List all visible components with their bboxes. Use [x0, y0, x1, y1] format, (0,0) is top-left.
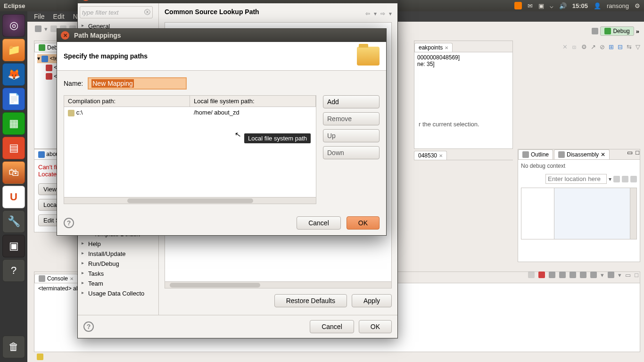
disassembly-tab[interactable]: Disassembly ✕	[554, 149, 610, 159]
dropdown-icon[interactable]: ▾	[609, 176, 611, 182]
link-icon[interactable]: ⇆	[627, 43, 632, 50]
skip-all-icon[interactable]: ⊘	[600, 43, 605, 50]
dropdown-icon[interactable]: ▾	[618, 272, 621, 279]
remove-all-terminated-icon[interactable]	[549, 272, 555, 278]
software-center-icon[interactable]: 🛍	[2, 161, 25, 184]
cancel-button[interactable]: Cancel	[297, 216, 341, 230]
cancel-button[interactable]: Cancel	[310, 320, 354, 333]
up-button[interactable]: Up	[323, 129, 380, 142]
close-icon[interactable]: ✕	[70, 276, 74, 281]
remove-icon[interactable]: ✕	[562, 43, 568, 50]
volume-icon[interactable]: 🔊	[559, 2, 567, 9]
goto-file-icon[interactable]: ↗	[591, 43, 596, 50]
filter-input[interactable]: type filter textⓧ	[80, 6, 153, 18]
collapse-icon[interactable]: ⊟	[618, 43, 623, 50]
settings-icon[interactable]: 🔧	[2, 210, 25, 233]
help-icon[interactable]: ?	[64, 218, 74, 228]
clock[interactable]: 15:05	[572, 2, 588, 9]
firefox-icon[interactable]: 🦊	[2, 63, 25, 86]
breakpoints-tab[interactable]: eakpoints ✕	[414, 43, 453, 52]
table-row[interactable]: c:\ /home/ about_zd	[64, 107, 316, 118]
show-supported-icon[interactable]: ⚙	[581, 43, 587, 50]
pin-console-icon[interactable]	[580, 272, 586, 278]
save-icon[interactable]	[50, 25, 57, 32]
preferences-titlebar[interactable]: ✕ Preferences	[78, 0, 397, 3]
mappings-table[interactable]: Compilation path: Local file system path…	[64, 95, 316, 204]
calc-icon[interactable]: ▦	[2, 112, 25, 135]
username[interactable]: ransong	[607, 2, 629, 9]
trash-icon[interactable]: 🗑	[2, 336, 25, 358]
close-icon[interactable]: ✕	[445, 45, 448, 50]
tree-item-rundebug[interactable]: Run/Debug	[80, 259, 157, 269]
clear-icon[interactable]: ⓧ	[144, 8, 150, 16]
column-local-path[interactable]: Local file system path:	[190, 96, 316, 107]
writer-icon[interactable]: 📄	[2, 88, 25, 110]
tree-item-team[interactable]: Team	[80, 279, 157, 288]
refresh-icon[interactable]	[613, 176, 620, 182]
battery-icon[interactable]: ▣	[538, 2, 544, 9]
home-icon[interactable]	[622, 176, 628, 182]
wifi-icon[interactable]: ⌵	[550, 2, 553, 9]
terminal-icon[interactable]: ▣	[2, 235, 25, 257]
tree-item-usagedata[interactable]: Usage Data Collecto	[80, 288, 157, 298]
forward-icon[interactable]: ⇨	[380, 10, 385, 17]
remove-all-icon[interactable]: ⦻	[571, 43, 578, 50]
scrollbar[interactable]	[630, 188, 636, 239]
expand-icon[interactable]: ⊞	[609, 43, 614, 50]
ubuntu-one-icon[interactable]: U	[2, 186, 25, 208]
perspective-overflow[interactable]: »	[636, 28, 639, 35]
breakpoint-row[interactable]: ne: 35]	[417, 61, 510, 67]
scrollbar[interactable]	[165, 281, 391, 288]
tree-item-help[interactable]: Help	[80, 239, 157, 249]
add-button[interactable]: Add	[323, 95, 380, 108]
close-button[interactable]: ✕	[61, 31, 69, 40]
session-icon[interactable]: ⚙	[635, 2, 640, 9]
files-icon[interactable]: 📁	[2, 39, 25, 61]
restore-defaults-button[interactable]: Restore Defaults	[274, 294, 347, 307]
mail-icon[interactable]: ✉	[528, 2, 533, 9]
minimize-icon[interactable]: ▭	[625, 272, 631, 279]
dropdown-icon[interactable]: ▾	[601, 272, 604, 279]
tree-item-install[interactable]: Install/Update	[80, 249, 157, 259]
close-button[interactable]: ✕	[82, 0, 90, 1]
name-input[interactable]: New Mapping	[88, 77, 187, 90]
help-icon[interactable]: ?	[83, 321, 94, 332]
apply-button[interactable]: Apply	[352, 294, 392, 307]
remove-button[interactable]: Remove	[323, 112, 380, 125]
console-tab[interactable]: Console ✕	[34, 274, 78, 283]
column-compilation-path[interactable]: Compilation path:	[64, 96, 190, 107]
dash-icon[interactable]: ◎	[2, 14, 25, 37]
tree-item-tasks[interactable]: Tasks	[80, 269, 157, 279]
terminate-icon[interactable]	[528, 272, 535, 278]
minimize-icon[interactable]: ▭	[627, 149, 633, 156]
maximize-icon[interactable]: □	[635, 272, 638, 279]
indicator-icon[interactable]	[514, 2, 522, 9]
impress-icon[interactable]: ▤	[2, 137, 25, 159]
toggle-icon[interactable]	[630, 176, 637, 182]
maximize-icon[interactable]: □	[636, 149, 639, 156]
remove-launch-icon[interactable]	[538, 272, 545, 278]
display-selected-icon[interactable]	[590, 272, 597, 278]
path-mappings-titlebar[interactable]: ✕ Path Mappings	[57, 29, 386, 42]
new-icon[interactable]	[35, 25, 41, 32]
open-perspective-icon[interactable]	[592, 28, 598, 34]
debug-perspective-button[interactable]: Debug	[600, 26, 634, 36]
ok-button[interactable]: OK	[359, 320, 392, 333]
help-icon[interactable]: ?	[2, 259, 25, 282]
back-icon[interactable]: ⇦	[365, 10, 370, 17]
breakpoint-row[interactable]: 0000008048569]	[417, 54, 510, 61]
close-icon[interactable]: ✕	[601, 151, 605, 158]
memory-tab[interactable]: 048530 ✕	[414, 151, 447, 160]
outline-tab[interactable]: Outline	[518, 149, 553, 159]
scrollbar[interactable]	[64, 197, 316, 204]
scroll-lock-icon[interactable]	[559, 272, 566, 278]
menu-edit[interactable]: Edit	[53, 13, 65, 20]
ok-button[interactable]: OK	[347, 216, 380, 230]
menu-file[interactable]: File	[34, 13, 45, 20]
location-input[interactable]	[545, 174, 607, 184]
clear-console-icon[interactable]	[570, 272, 576, 278]
open-console-icon[interactable]	[608, 272, 614, 278]
close-icon[interactable]: ✕	[439, 153, 443, 158]
down-button[interactable]: Down	[323, 146, 380, 159]
view-menu-icon[interactable]: ▽	[636, 43, 640, 50]
